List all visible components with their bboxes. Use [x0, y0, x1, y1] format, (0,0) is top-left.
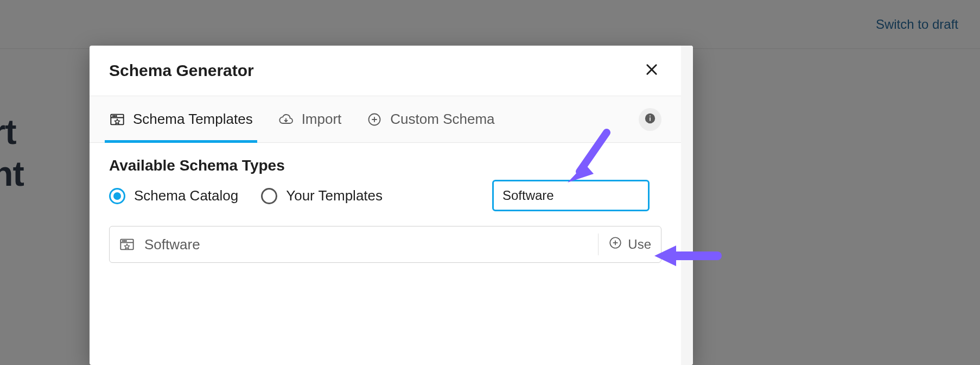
info-icon — [644, 112, 656, 127]
svg-point-6 — [116, 115, 117, 116]
plus-circle-icon — [366, 111, 383, 128]
schema-result-row: Software Use — [109, 226, 661, 263]
app-backdrop: Switch to draft onvert 2-Mont t sure if … — [0, 0, 980, 365]
svg-point-5 — [114, 115, 115, 116]
radio-your-templates[interactable]: Your Templates — [261, 187, 383, 204]
radio-schema-catalog[interactable]: Schema Catalog — [109, 187, 238, 204]
schema-generator-modal: Schema Generator — [90, 46, 693, 365]
svg-point-17 — [126, 241, 126, 241]
cloud-download-icon — [278, 111, 294, 128]
modal-title: Schema Generator — [109, 61, 254, 80]
schema-search-input[interactable] — [492, 180, 650, 211]
schema-result-label: Software — [144, 236, 588, 253]
section-title: Available Schema Types — [109, 157, 661, 174]
tab-import-label: Import — [302, 111, 342, 128]
window-star-icon — [109, 111, 125, 128]
svg-rect-12 — [650, 115, 651, 116]
info-button[interactable] — [639, 108, 661, 131]
svg-point-16 — [124, 241, 125, 241]
tab-schema-templates-label: Schema Templates — [133, 111, 253, 128]
radio-schema-catalog-label: Schema Catalog — [134, 187, 238, 204]
svg-point-4 — [113, 115, 113, 116]
use-button[interactable]: Use — [598, 234, 651, 255]
radio-icon — [109, 188, 125, 204]
svg-rect-11 — [650, 117, 651, 121]
radio-icon — [261, 188, 277, 204]
schema-search-wrap — [492, 180, 650, 211]
radio-your-templates-label: Your Templates — [286, 187, 383, 204]
modal-scrollbar[interactable] — [681, 46, 693, 365]
window-star-icon — [119, 237, 135, 252]
modal-content: Schema Generator — [90, 46, 681, 365]
svg-point-15 — [123, 241, 123, 241]
modal-header: Schema Generator — [90, 46, 681, 96]
plus-circle-icon — [608, 236, 622, 253]
tab-custom-schema[interactable]: Custom Schema — [366, 96, 494, 142]
close-icon — [644, 62, 659, 79]
use-button-label: Use — [628, 237, 651, 252]
close-button[interactable] — [642, 61, 661, 80]
modal-tabs: Schema Templates Import — [90, 96, 681, 143]
tab-import[interactable]: Import — [278, 96, 342, 142]
tab-schema-templates[interactable]: Schema Templates — [109, 96, 253, 142]
tab-custom-schema-label: Custom Schema — [390, 111, 494, 128]
